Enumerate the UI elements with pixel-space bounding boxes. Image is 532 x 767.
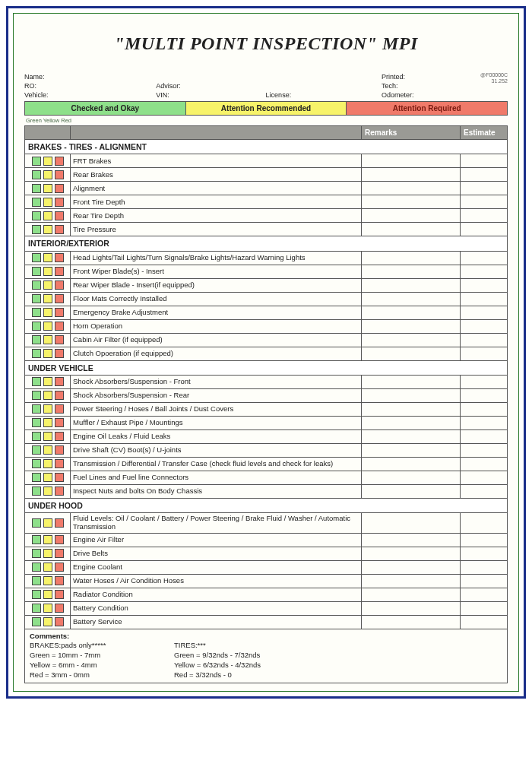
- yellow-checkbox[interactable]: [43, 267, 52, 276]
- estimate-cell[interactable]: [461, 182, 508, 195]
- remarks-cell[interactable]: [362, 547, 461, 560]
- estimate-cell[interactable]: [461, 375, 508, 388]
- green-checkbox[interactable]: [32, 404, 41, 414]
- remarks-cell[interactable]: [362, 251, 461, 265]
- red-checkbox[interactable]: [55, 549, 64, 558]
- remarks-cell[interactable]: [362, 375, 461, 388]
- red-checkbox[interactable]: [55, 253, 64, 262]
- estimate-cell[interactable]: [461, 402, 508, 416]
- red-checkbox[interactable]: [55, 198, 64, 207]
- estimate-cell[interactable]: [461, 319, 508, 333]
- green-checkbox[interactable]: [32, 267, 41, 276]
- yellow-checkbox[interactable]: [43, 404, 52, 414]
- green-checkbox[interactable]: [32, 576, 41, 585]
- red-checkbox[interactable]: [55, 418, 64, 427]
- green-checkbox[interactable]: [32, 604, 41, 613]
- yellow-checkbox[interactable]: [43, 198, 52, 207]
- estimate-cell[interactable]: [461, 306, 508, 319]
- yellow-checkbox[interactable]: [43, 445, 52, 455]
- estimate-cell[interactable]: [461, 601, 508, 615]
- remarks-cell[interactable]: [362, 168, 461, 182]
- green-checkbox[interactable]: [32, 391, 41, 400]
- estimate-cell[interactable]: [461, 223, 508, 236]
- yellow-checkbox[interactable]: [43, 349, 52, 358]
- green-checkbox[interactable]: [32, 590, 41, 599]
- red-checkbox[interactable]: [55, 604, 64, 613]
- yellow-checkbox[interactable]: [43, 418, 52, 427]
- yellow-checkbox[interactable]: [43, 280, 52, 290]
- estimate-cell[interactable]: [461, 251, 508, 265]
- yellow-checkbox[interactable]: [43, 170, 52, 179]
- yellow-checkbox[interactable]: [43, 518, 52, 528]
- green-checkbox[interactable]: [32, 157, 41, 166]
- yellow-checkbox[interactable]: [43, 377, 52, 386]
- green-checkbox[interactable]: [32, 280, 41, 290]
- red-checkbox[interactable]: [55, 280, 64, 290]
- remarks-cell[interactable]: [362, 457, 461, 471]
- remarks-cell[interactable]: [362, 574, 461, 588]
- green-checkbox[interactable]: [32, 377, 41, 386]
- red-checkbox[interactable]: [55, 377, 64, 386]
- yellow-checkbox[interactable]: [43, 617, 52, 626]
- remarks-cell[interactable]: [362, 347, 461, 360]
- yellow-checkbox[interactable]: [43, 184, 52, 193]
- red-checkbox[interactable]: [55, 294, 64, 303]
- green-checkbox[interactable]: [32, 432, 41, 441]
- red-checkbox[interactable]: [55, 184, 64, 193]
- yellow-checkbox[interactable]: [43, 576, 52, 585]
- yellow-checkbox[interactable]: [43, 322, 52, 331]
- red-checkbox[interactable]: [55, 349, 64, 358]
- estimate-cell[interactable]: [461, 154, 508, 168]
- estimate-cell[interactable]: [461, 615, 508, 629]
- yellow-checkbox[interactable]: [43, 308, 52, 317]
- yellow-checkbox[interactable]: [43, 563, 52, 572]
- remarks-cell[interactable]: [362, 292, 461, 306]
- green-checkbox[interactable]: [32, 445, 41, 455]
- green-checkbox[interactable]: [32, 308, 41, 317]
- estimate-cell[interactable]: [461, 588, 508, 601]
- remarks-cell[interactable]: [362, 306, 461, 319]
- estimate-cell[interactable]: [461, 416, 508, 429]
- remarks-cell[interactable]: [362, 443, 461, 457]
- remarks-cell[interactable]: [362, 416, 461, 429]
- red-checkbox[interactable]: [55, 563, 64, 572]
- red-checkbox[interactable]: [55, 157, 64, 166]
- remarks-cell[interactable]: [362, 154, 461, 168]
- red-checkbox[interactable]: [55, 170, 64, 179]
- red-checkbox[interactable]: [55, 473, 64, 482]
- estimate-cell[interactable]: [461, 333, 508, 347]
- estimate-cell[interactable]: [461, 292, 508, 306]
- estimate-cell[interactable]: [461, 347, 508, 360]
- red-checkbox[interactable]: [55, 404, 64, 414]
- estimate-cell[interactable]: [461, 278, 508, 292]
- green-checkbox[interactable]: [32, 225, 41, 234]
- green-checkbox[interactable]: [32, 253, 41, 262]
- remarks-cell[interactable]: [362, 429, 461, 443]
- red-checkbox[interactable]: [55, 391, 64, 400]
- remarks-cell[interactable]: [362, 333, 461, 347]
- yellow-checkbox[interactable]: [43, 549, 52, 558]
- red-checkbox[interactable]: [55, 590, 64, 599]
- green-checkbox[interactable]: [32, 549, 41, 558]
- green-checkbox[interactable]: [32, 617, 41, 626]
- green-checkbox[interactable]: [32, 294, 41, 303]
- red-checkbox[interactable]: [55, 308, 64, 317]
- remarks-cell[interactable]: [362, 265, 461, 278]
- yellow-checkbox[interactable]: [43, 225, 52, 234]
- remarks-cell[interactable]: [362, 182, 461, 195]
- red-checkbox[interactable]: [55, 211, 64, 220]
- red-checkbox[interactable]: [55, 535, 64, 544]
- red-checkbox[interactable]: [55, 459, 64, 468]
- remarks-cell[interactable]: [362, 402, 461, 416]
- estimate-cell[interactable]: [461, 388, 508, 402]
- remarks-cell[interactable]: [362, 601, 461, 615]
- remarks-cell[interactable]: [362, 209, 461, 223]
- yellow-checkbox[interactable]: [43, 157, 52, 166]
- estimate-cell[interactable]: [461, 547, 508, 560]
- yellow-checkbox[interactable]: [43, 253, 52, 262]
- estimate-cell[interactable]: [461, 209, 508, 223]
- green-checkbox[interactable]: [32, 198, 41, 207]
- red-checkbox[interactable]: [55, 267, 64, 276]
- remarks-cell[interactable]: [362, 195, 461, 209]
- remarks-cell[interactable]: [362, 512, 461, 533]
